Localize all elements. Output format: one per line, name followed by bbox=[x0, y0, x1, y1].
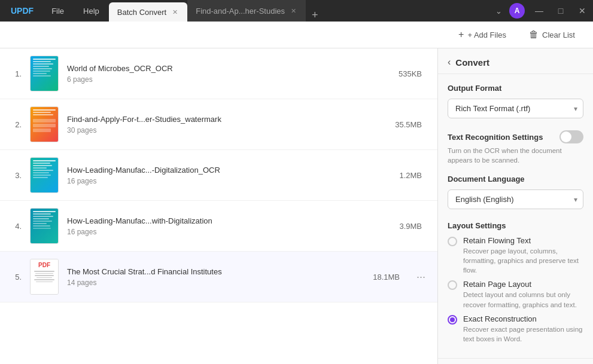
file-info: Find-and-Apply-For-t...er-Studies_waterm… bbox=[67, 115, 387, 134]
file-pages: 14 pages bbox=[67, 279, 364, 287]
output-format-select[interactable]: Rich Text Format (.rtf) Microsoft Word (… bbox=[448, 99, 583, 118]
file-info: How-Leading-Manufac...-Digitalization_OC… bbox=[67, 166, 391, 185]
tab-find-apply-close[interactable]: ✕ bbox=[290, 6, 297, 16]
file-thumbnail bbox=[30, 106, 59, 142]
file-size: 35.5MB bbox=[395, 120, 422, 129]
text-recognition-row: Text Recognition Settings bbox=[448, 130, 583, 143]
file-info: The Most Crucial Strat...d Financial Ins… bbox=[67, 267, 364, 287]
menu-help[interactable]: Help bbox=[74, 0, 109, 22]
file-pages: 6 pages bbox=[67, 75, 390, 84]
file-thumbnail bbox=[30, 56, 59, 91]
tab-batch-convert[interactable]: Batch Convert ✕ bbox=[109, 2, 187, 22]
menu-file[interactable]: File bbox=[42, 0, 74, 22]
panel-back-button[interactable]: ‹ bbox=[448, 57, 451, 68]
main-area: 1. World of Microbes_OCR_OCR 6 pages 535… bbox=[0, 48, 593, 364]
tab-batch-convert-label: Batch Convert bbox=[117, 8, 166, 17]
table-row[interactable]: 2. Find-and-Apply-For-t...er-Studies_wat… bbox=[0, 99, 437, 150]
tab-batch-convert-close[interactable]: ✕ bbox=[171, 7, 179, 17]
file-name: How-Leading-Manufac...with-Digitalizatio… bbox=[67, 216, 391, 225]
file-pages: 16 pages bbox=[67, 177, 391, 185]
retain-page-desc: Detect layout and columns but only recov… bbox=[463, 290, 583, 309]
add-files-label: + Add Files bbox=[467, 30, 506, 39]
file-size: 3.9MB bbox=[399, 222, 422, 231]
titlebar: UPDF File Help Batch Convert ✕ Find-and-… bbox=[0, 0, 593, 22]
toolbar: + + Add Files 🗑 Clear List bbox=[0, 22, 593, 48]
table-row[interactable]: 3. How-Leading-Manufac...-Digitalization… bbox=[0, 150, 437, 201]
minimize-button[interactable]: — bbox=[528, 0, 550, 22]
file-info: World of Microbes_OCR_OCR 6 pages bbox=[67, 64, 390, 84]
radio-exact-recon[interactable] bbox=[448, 315, 457, 325]
overflow-button[interactable]: ⌄ bbox=[492, 7, 506, 16]
add-icon: + bbox=[458, 29, 464, 40]
clear-list-label: Clear List bbox=[542, 30, 575, 39]
file-list: 1. World of Microbes_OCR_OCR 6 pages 535… bbox=[0, 48, 437, 364]
radio-page-layout[interactable] bbox=[448, 280, 457, 290]
output-format-wrapper: Rich Text Format (.rtf) Microsoft Word (… bbox=[448, 99, 583, 118]
toggle-knob bbox=[561, 131, 571, 142]
trash-icon: 🗑 bbox=[529, 29, 539, 40]
apply-button-wrap: Apply bbox=[438, 358, 593, 364]
file-menu-button[interactable]: ··· bbox=[414, 268, 428, 286]
file-number: 5. bbox=[10, 273, 22, 282]
file-name: Find-and-Apply-For-t...er-Studies_waterm… bbox=[67, 115, 387, 124]
file-number: 4. bbox=[10, 222, 22, 231]
file-size: 18.1MB bbox=[373, 273, 400, 282]
tab-bar: Batch Convert ✕ Find-and-Ap...her-Studie… bbox=[109, 0, 492, 22]
titlebar-menu: File Help bbox=[42, 0, 109, 22]
radio-flowing-info: Retain Flowing Text Recover page layout,… bbox=[463, 236, 583, 275]
add-files-button[interactable]: + + Add Files bbox=[450, 26, 515, 44]
text-recognition-desc: Turn on the OCR when the document appear… bbox=[448, 146, 583, 165]
radio-flowing-text[interactable] bbox=[448, 237, 457, 246]
layout-settings-label: Layout Settings bbox=[448, 221, 583, 230]
avatar[interactable]: A bbox=[509, 3, 525, 19]
app-logo: UPDF bbox=[0, 6, 42, 16]
radio-page-layout-info: Retain Page Layout Detect layout and col… bbox=[463, 280, 583, 309]
right-panel: ‹ Convert Output Format Rich Text Format… bbox=[437, 48, 593, 364]
radio-item-page-layout[interactable]: Retain Page Layout Detect layout and col… bbox=[448, 280, 583, 309]
window-controls: — □ ✕ bbox=[528, 0, 593, 22]
file-thumbnail bbox=[30, 157, 59, 193]
file-number: 1. bbox=[10, 69, 22, 78]
radio-item-flowing[interactable]: Retain Flowing Text Recover page layout,… bbox=[448, 236, 583, 275]
exact-recon-label: Exact Reconstruction bbox=[463, 314, 583, 323]
table-row[interactable]: 4. How-Leading-Manufac...with-Digitaliza… bbox=[0, 201, 437, 252]
tab-find-apply-label: Find-and-Ap...her-Studies bbox=[196, 7, 285, 16]
file-number: 3. bbox=[10, 171, 22, 180]
file-name: How-Leading-Manufac...-Digitalization_OC… bbox=[67, 166, 391, 175]
file-name: World of Microbes_OCR_OCR bbox=[67, 64, 390, 73]
close-button[interactable]: ✕ bbox=[571, 0, 593, 22]
layout-radio-group: Retain Flowing Text Recover page layout,… bbox=[448, 236, 583, 344]
table-row[interactable]: 1. World of Microbes_OCR_OCR 6 pages 535… bbox=[0, 48, 437, 99]
doc-language-select[interactable]: English (English) Chinese (Simplified) F… bbox=[448, 189, 583, 209]
output-format-label: Output Format bbox=[448, 84, 583, 93]
doc-language-wrapper: English (English) Chinese (Simplified) F… bbox=[448, 189, 583, 209]
file-number: 2. bbox=[10, 120, 22, 129]
file-name: The Most Crucial Strat...d Financial Ins… bbox=[67, 267, 364, 276]
add-tab-button[interactable]: + bbox=[306, 9, 324, 22]
file-info: How-Leading-Manufac...with-Digitalizatio… bbox=[67, 216, 391, 236]
file-pages: 30 pages bbox=[67, 126, 387, 134]
panel-header: ‹ Convert bbox=[438, 48, 593, 74]
file-thumbnail bbox=[30, 208, 59, 244]
doc-language-label: Document Language bbox=[448, 175, 583, 183]
retain-page-label: Retain Page Layout bbox=[463, 280, 583, 289]
text-recognition-label: Text Recognition Settings bbox=[448, 133, 543, 142]
panel-title: Convert bbox=[455, 57, 489, 68]
clear-list-button[interactable]: 🗑 Clear List bbox=[521, 26, 583, 44]
exact-recon-desc: Recover exact page presentation using te… bbox=[463, 325, 583, 344]
file-size: 1.2MB bbox=[399, 171, 422, 180]
file-pages: 16 pages bbox=[67, 228, 391, 236]
table-row[interactable]: 5. PDF The Most Crucial Strat...d Financ… bbox=[0, 252, 437, 302]
maximize-button[interactable]: □ bbox=[550, 0, 571, 22]
text-recognition-toggle[interactable] bbox=[559, 130, 583, 143]
retain-flowing-desc: Recover page layout, columns, formatting… bbox=[463, 246, 583, 275]
tab-find-apply[interactable]: Find-and-Ap...her-Studies ✕ bbox=[187, 0, 306, 22]
radio-exact-info: Exact Reconstruction Recover exact page … bbox=[463, 314, 583, 344]
panel-body: Output Format Rich Text Format (.rtf) Mi… bbox=[438, 74, 593, 358]
file-size: 535KB bbox=[399, 69, 422, 78]
file-thumbnail: PDF bbox=[30, 259, 59, 295]
radio-item-exact[interactable]: Exact Reconstruction Recover exact page … bbox=[448, 314, 583, 344]
retain-flowing-label: Retain Flowing Text bbox=[463, 236, 583, 245]
